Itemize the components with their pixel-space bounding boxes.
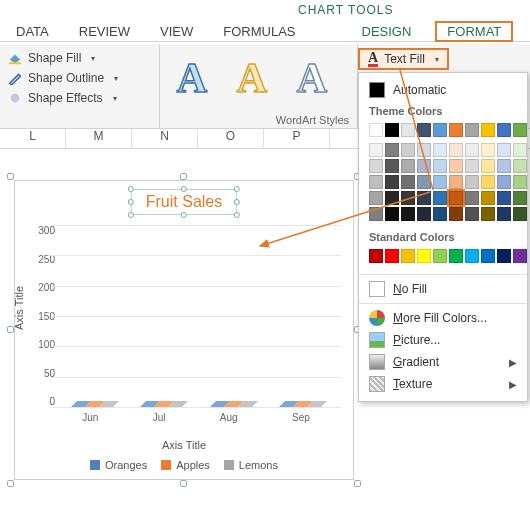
color-swatch[interactable] bbox=[449, 249, 463, 263]
wordart-preset-1[interactable]: A bbox=[168, 54, 216, 102]
color-swatch[interactable] bbox=[465, 191, 479, 205]
col-N[interactable]: N bbox=[132, 129, 198, 148]
color-swatch[interactable] bbox=[497, 159, 511, 173]
color-swatch[interactable] bbox=[481, 249, 495, 263]
color-swatch[interactable] bbox=[401, 159, 415, 173]
color-swatch[interactable] bbox=[481, 123, 495, 137]
color-swatch[interactable] bbox=[417, 207, 431, 221]
wordart-preset-3[interactable]: A bbox=[288, 54, 336, 102]
color-swatch[interactable] bbox=[385, 207, 399, 221]
shape-effects-button[interactable]: Shape Effects▾ bbox=[8, 88, 151, 108]
color-swatch[interactable] bbox=[449, 159, 463, 173]
color-swatch[interactable] bbox=[513, 123, 527, 137]
wordart-preset-2[interactable]: A bbox=[228, 54, 276, 102]
plot-area[interactable] bbox=[51, 225, 341, 407]
color-swatch[interactable] bbox=[417, 175, 431, 189]
color-swatch[interactable] bbox=[369, 143, 383, 157]
color-swatch[interactable] bbox=[417, 191, 431, 205]
col-M[interactable]: M bbox=[66, 129, 132, 148]
color-swatch[interactable] bbox=[401, 249, 415, 263]
color-swatch[interactable] bbox=[433, 143, 447, 157]
color-swatch[interactable] bbox=[417, 249, 431, 263]
tab-formulas[interactable]: FORMULAS bbox=[217, 22, 301, 41]
color-swatch[interactable] bbox=[449, 191, 463, 205]
color-swatch[interactable] bbox=[433, 249, 447, 263]
color-swatch[interactable] bbox=[497, 207, 511, 221]
y-axis-title[interactable]: Axis Title bbox=[13, 286, 25, 330]
color-swatch[interactable] bbox=[385, 249, 399, 263]
embedded-chart[interactable]: Fruit Sales Axis Title 30025020015010050… bbox=[14, 180, 354, 480]
color-swatch[interactable] bbox=[513, 159, 527, 173]
color-swatch[interactable] bbox=[513, 175, 527, 189]
picture-option[interactable]: Picture... bbox=[359, 329, 527, 351]
color-swatch[interactable] bbox=[481, 143, 495, 157]
color-swatch[interactable] bbox=[401, 207, 415, 221]
color-swatch[interactable] bbox=[449, 143, 463, 157]
color-swatch[interactable] bbox=[449, 175, 463, 189]
color-swatch[interactable] bbox=[465, 175, 479, 189]
color-swatch[interactable] bbox=[369, 249, 383, 263]
color-swatch[interactable] bbox=[433, 191, 447, 205]
color-swatch[interactable] bbox=[481, 175, 495, 189]
col-L[interactable]: L bbox=[0, 129, 66, 148]
color-swatch[interactable] bbox=[465, 159, 479, 173]
tab-review[interactable]: REVIEW bbox=[73, 22, 136, 41]
color-swatch[interactable] bbox=[401, 123, 415, 137]
color-swatch[interactable] bbox=[369, 159, 383, 173]
color-swatch[interactable] bbox=[513, 191, 527, 205]
color-swatch[interactable] bbox=[513, 207, 527, 221]
automatic-option[interactable]: Automatic bbox=[359, 79, 527, 101]
color-swatch[interactable] bbox=[481, 207, 495, 221]
color-swatch[interactable] bbox=[465, 143, 479, 157]
color-swatch[interactable] bbox=[481, 191, 495, 205]
color-swatch[interactable] bbox=[417, 143, 431, 157]
color-swatch[interactable] bbox=[433, 159, 447, 173]
chart-title-box[interactable]: Fruit Sales bbox=[131, 189, 237, 215]
color-swatch[interactable] bbox=[433, 175, 447, 189]
color-swatch[interactable] bbox=[401, 175, 415, 189]
col-P[interactable]: P bbox=[264, 129, 330, 148]
shape-outline-button[interactable]: Shape Outline▾ bbox=[8, 68, 151, 88]
color-swatch[interactable] bbox=[497, 249, 511, 263]
color-swatch[interactable] bbox=[497, 123, 511, 137]
color-swatch[interactable] bbox=[465, 123, 479, 137]
texture-option[interactable]: Texture ▶ bbox=[359, 373, 527, 395]
color-swatch[interactable] bbox=[513, 143, 527, 157]
color-swatch[interactable] bbox=[465, 207, 479, 221]
color-swatch[interactable] bbox=[433, 207, 447, 221]
chart-legend[interactable]: Oranges Apples Lemons bbox=[90, 459, 278, 471]
col-O[interactable]: O bbox=[198, 129, 264, 148]
color-swatch[interactable] bbox=[497, 191, 511, 205]
color-swatch[interactable] bbox=[369, 207, 383, 221]
shape-fill-button[interactable]: Shape Fill▾ bbox=[8, 48, 151, 68]
color-swatch[interactable] bbox=[417, 159, 431, 173]
color-swatch[interactable] bbox=[369, 191, 383, 205]
color-swatch[interactable] bbox=[369, 123, 383, 137]
color-swatch[interactable] bbox=[513, 249, 527, 263]
color-swatch[interactable] bbox=[449, 207, 463, 221]
more-fill-colors-option[interactable]: More Fill Colors... bbox=[359, 307, 527, 329]
tab-format[interactable]: FORMAT bbox=[435, 21, 513, 42]
color-swatch[interactable] bbox=[449, 123, 463, 137]
color-swatch[interactable] bbox=[465, 249, 479, 263]
color-swatch[interactable] bbox=[369, 175, 383, 189]
text-fill-button[interactable]: A Text Fill ▾ bbox=[358, 48, 449, 70]
color-swatch[interactable] bbox=[497, 143, 511, 157]
color-swatch[interactable] bbox=[385, 159, 399, 173]
tab-design[interactable]: DESIGN bbox=[356, 22, 418, 41]
color-swatch[interactable] bbox=[385, 123, 399, 137]
color-swatch[interactable] bbox=[417, 123, 431, 137]
tab-view[interactable]: VIEW bbox=[154, 22, 199, 41]
color-swatch[interactable] bbox=[385, 143, 399, 157]
x-axis-title[interactable]: Axis Title bbox=[162, 439, 206, 451]
color-swatch[interactable] bbox=[433, 123, 447, 137]
gradient-option[interactable]: Gradient ▶ bbox=[359, 351, 527, 373]
no-fill-option[interactable]: No Fill bbox=[359, 278, 527, 300]
color-swatch[interactable] bbox=[385, 175, 399, 189]
color-swatch[interactable] bbox=[401, 191, 415, 205]
color-swatch[interactable] bbox=[497, 175, 511, 189]
color-swatch[interactable] bbox=[385, 191, 399, 205]
color-swatch[interactable] bbox=[481, 159, 495, 173]
tab-data[interactable]: DATA bbox=[10, 22, 55, 41]
color-swatch[interactable] bbox=[401, 143, 415, 157]
